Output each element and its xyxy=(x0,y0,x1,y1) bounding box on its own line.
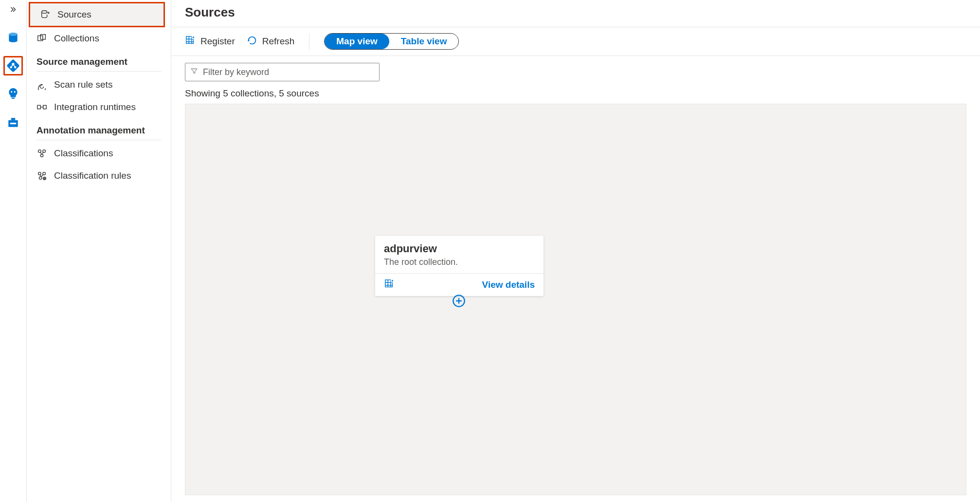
integration-icon xyxy=(36,102,47,112)
svg-rect-11 xyxy=(10,123,17,124)
svg-point-12 xyxy=(42,11,47,14)
collection-card[interactable]: adpurview The root collection. View deta… xyxy=(375,236,544,296)
refresh-icon xyxy=(247,35,257,48)
svg-rect-17 xyxy=(43,105,46,109)
map-canvas[interactable]: adpurview The root collection. View deta… xyxy=(185,104,966,495)
filter-box[interactable] xyxy=(185,63,380,81)
nav-label: Scan rule sets xyxy=(54,79,112,90)
radar-icon xyxy=(36,79,47,90)
left-rail xyxy=(0,0,27,502)
card-footer: View details xyxy=(375,274,544,296)
grid-plus-icon xyxy=(185,35,196,48)
secondary-nav: Sources Collections Source management Sc… xyxy=(27,0,171,502)
database-arrow-icon xyxy=(40,9,51,20)
card-body: adpurview The root collection. xyxy=(375,236,544,274)
page-title: Sources xyxy=(171,0,980,27)
card-subtitle: The root collection. xyxy=(384,257,535,267)
svg-point-15 xyxy=(41,84,42,85)
grid-plus-icon[interactable] xyxy=(384,279,395,291)
nav-section-source-management: Source management xyxy=(27,50,171,71)
nav-separator xyxy=(36,71,161,72)
svg-rect-10 xyxy=(11,118,16,120)
classification-rules-icon xyxy=(36,170,47,181)
filter-icon xyxy=(190,67,198,77)
toolbar-separator xyxy=(309,33,309,50)
nav-separator xyxy=(36,140,161,140)
svg-rect-1 xyxy=(7,59,19,72)
main-panel: Sources Register Refresh Map view Table … xyxy=(171,0,980,502)
nav-sources[interactable]: Sources xyxy=(30,3,163,26)
view-details-link[interactable]: View details xyxy=(482,279,535,290)
toolbar: Register Refresh Map view Table view xyxy=(171,27,980,56)
view-toggle: Map view Table view xyxy=(324,33,459,50)
register-button[interactable]: Register xyxy=(185,35,235,48)
nav-collections[interactable]: Collections xyxy=(27,27,171,50)
refresh-label: Refresh xyxy=(262,36,295,47)
rail-data-insights[interactable] xyxy=(3,84,23,104)
svg-point-0 xyxy=(9,33,17,36)
results-summary: Showing 5 collections, 5 sources xyxy=(185,81,966,104)
nav-label: Sources xyxy=(57,9,91,20)
svg-point-8 xyxy=(14,91,16,93)
nav-label: Integration runtimes xyxy=(54,102,136,112)
filter-input[interactable] xyxy=(203,67,374,77)
svg-rect-16 xyxy=(37,105,40,109)
nav-label: Classifications xyxy=(54,148,113,159)
svg-point-20 xyxy=(40,154,43,157)
refresh-button[interactable]: Refresh xyxy=(247,35,295,48)
collections-icon xyxy=(36,33,47,44)
register-label: Register xyxy=(200,36,235,47)
add-child-icon[interactable] xyxy=(452,294,466,308)
nav-section-annotation-management: Annotation management xyxy=(27,118,171,140)
nav-integration-runtimes[interactable]: Integration runtimes xyxy=(27,96,171,118)
nav-label: Classification rules xyxy=(54,170,131,181)
rail-data-map[interactable] xyxy=(3,56,23,75)
classifications-icon xyxy=(36,148,47,159)
svg-point-7 xyxy=(11,91,12,93)
nav-label: Collections xyxy=(54,33,99,44)
rail-data-catalog[interactable] xyxy=(3,28,23,47)
expand-rail-toggle[interactable] xyxy=(9,4,18,19)
map-view-toggle[interactable]: Map view xyxy=(325,34,389,49)
rail-management[interactable] xyxy=(3,112,23,132)
nav-classifications[interactable]: Classifications xyxy=(27,142,171,165)
table-view-toggle[interactable]: Table view xyxy=(389,34,459,49)
content-area: Showing 5 collections, 5 sources adpurvi… xyxy=(171,56,980,502)
card-title: adpurview xyxy=(384,242,535,255)
nav-scan-rule-sets[interactable]: Scan rule sets xyxy=(27,74,171,96)
svg-point-23 xyxy=(39,177,42,180)
nav-classification-rules[interactable]: Classification rules xyxy=(27,165,171,187)
